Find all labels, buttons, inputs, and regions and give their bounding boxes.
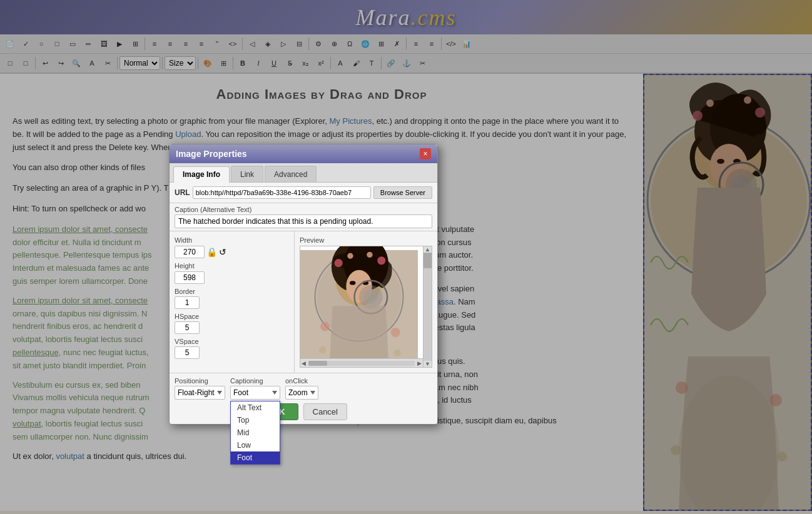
cancel-button[interactable]: Cancel xyxy=(303,403,347,420)
preview-hscrollbar[interactable]: ◀ ▶ xyxy=(300,358,423,367)
preview-panel: Preview xyxy=(295,231,437,373)
hscroll-track xyxy=(308,361,415,366)
vspace-input[interactable] xyxy=(175,346,200,359)
svg-point-37 xyxy=(320,322,330,331)
dialog-body: Width 🔒 ↺ Height Border H xyxy=(170,231,437,373)
hspace-input[interactable] xyxy=(175,321,200,334)
dialog-close-button[interactable]: × xyxy=(420,148,431,159)
image-properties-dialog: Image Properties × Image Info Link Advan… xyxy=(169,144,438,425)
option-mid[interactable]: Mid xyxy=(231,426,280,439)
scroll-up[interactable]: ▲ xyxy=(424,246,432,253)
tab-image-info[interactable]: Image Info xyxy=(173,166,230,183)
caption-label: Caption (Alternative Text) xyxy=(175,206,432,213)
width-group: Width 🔒 ↺ xyxy=(175,236,289,258)
preview-image xyxy=(300,246,418,368)
option-foot[interactable]: Foot xyxy=(231,451,280,464)
captioning-select[interactable]: Alt Text Top Mid Low Foot xyxy=(230,386,280,400)
preview-label: Preview xyxy=(300,236,432,244)
svg-point-28 xyxy=(350,281,355,285)
height-label: Height xyxy=(175,262,289,270)
tab-link[interactable]: Link xyxy=(231,166,263,182)
option-top[interactable]: Top xyxy=(231,414,280,426)
tab-advanced[interactable]: Advanced xyxy=(265,166,317,182)
option-alt-text[interactable]: Alt Text xyxy=(231,401,280,414)
svg-point-39 xyxy=(319,346,326,353)
vspace-group: VSpace xyxy=(175,338,289,359)
svg-point-40 xyxy=(393,350,400,356)
bottom-controls: Positioning Float-Right Float-Left None … xyxy=(170,373,437,424)
left-form-panel: Width 🔒 ↺ Height Border H xyxy=(170,231,295,373)
scroll-track xyxy=(424,253,432,361)
url-row: URL Browse Server xyxy=(170,183,437,203)
url-input[interactable] xyxy=(193,186,371,199)
ok-cancel-row: OK Cancel xyxy=(175,403,432,420)
width-input[interactable] xyxy=(175,246,205,258)
browse-server-button[interactable]: Browse Server xyxy=(373,186,432,199)
hscroll-right[interactable]: ▶ xyxy=(416,360,423,366)
positioning-group: Positioning Float-Right Float-Left None xyxy=(175,377,225,400)
refresh-icon[interactable]: ↺ xyxy=(219,247,226,257)
dialog-title: Image Properties xyxy=(176,149,247,159)
height-row xyxy=(175,271,289,284)
hspace-label: HSpace xyxy=(175,313,289,320)
dialog-titlebar: Image Properties × xyxy=(170,144,437,163)
svg-point-36 xyxy=(364,290,378,305)
hscroll-left[interactable]: ◀ xyxy=(300,360,307,366)
svg-point-33 xyxy=(367,252,372,258)
captioning-group: Captioning Alt Text Top Mid Low Foot Alt… xyxy=(230,377,280,400)
width-row: 🔒 ↺ xyxy=(175,246,289,258)
onclick-label: onClick xyxy=(285,377,318,385)
captioning-dropdown[interactable]: Alt Text Top Mid Low Foot xyxy=(230,401,280,465)
svg-point-38 xyxy=(391,328,400,337)
height-input[interactable] xyxy=(175,271,205,284)
svg-point-31 xyxy=(377,256,385,265)
pos-cap-row: Positioning Float-Right Float-Left None … xyxy=(175,377,432,400)
scroll-thumb xyxy=(424,253,432,268)
scroll-down[interactable]: ▼ xyxy=(424,361,432,367)
onclick-select[interactable]: Zoom None Link xyxy=(285,386,318,400)
positioning-select[interactable]: Float-Right Float-Left None xyxy=(175,386,225,400)
dialog-tabs: Image Info Link Advanced xyxy=(170,163,437,183)
height-group: Height xyxy=(175,262,289,284)
hspace-group: HSpace xyxy=(175,313,289,334)
option-low[interactable]: Low xyxy=(231,439,280,451)
width-label: Width xyxy=(175,236,289,244)
svg-point-30 xyxy=(335,259,343,267)
vspace-label: VSpace xyxy=(175,338,289,345)
preview-scrollbar[interactable]: ▲ ▼ xyxy=(423,246,432,367)
captioning-label: Captioning xyxy=(230,377,280,385)
captioning-select-wrapper: Alt Text Top Mid Low Foot xyxy=(230,386,280,400)
hscroll-thumb xyxy=(308,361,327,366)
preview-area: ▲ ▼ ◀ ▶ xyxy=(300,246,432,368)
caption-input[interactable] xyxy=(175,214,432,228)
border-group: Border xyxy=(175,288,289,309)
positioning-label: Positioning xyxy=(175,377,225,385)
svg-point-32 xyxy=(347,253,353,259)
onclick-group: onClick Zoom None Link xyxy=(285,377,318,400)
url-label: URL xyxy=(175,188,190,197)
border-label: Border xyxy=(175,288,289,295)
border-input[interactable] xyxy=(175,296,200,309)
lock-icon[interactable]: 🔒 xyxy=(206,247,217,257)
caption-row: Caption (Alternative Text) xyxy=(170,203,437,231)
